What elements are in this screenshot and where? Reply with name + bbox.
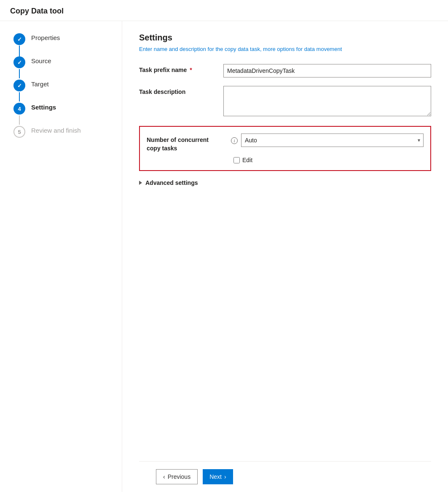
- step-number-4: 4: [18, 106, 21, 112]
- task-description-row: Task description: [139, 86, 431, 117]
- step-number-5: 5: [18, 129, 21, 135]
- task-description-control: [223, 86, 431, 117]
- concurrent-select[interactable]: Auto 1 2 4 8 16: [241, 134, 424, 147]
- chevron-right-icon: [139, 181, 142, 185]
- step-label-3: Target: [31, 79, 49, 88]
- step-label-1: Properties: [31, 33, 60, 41]
- task-prefix-input[interactable]: [223, 64, 431, 77]
- step-label-2: Source: [31, 56, 51, 64]
- checkmark-icon-2: ✓: [17, 59, 22, 66]
- advanced-settings-label: Advanced settings: [145, 179, 198, 186]
- footer: ‹ Previous Next ›: [139, 461, 431, 492]
- step-circle-4: 4: [13, 103, 25, 115]
- main-layout: ✓ Properties ✓ Source ✓ Target: [0, 21, 448, 492]
- section-title: Settings: [139, 33, 431, 43]
- step-circle-3: ✓: [13, 80, 25, 91]
- edit-checkbox[interactable]: [233, 157, 240, 163]
- task-description-input[interactable]: [223, 86, 431, 116]
- task-prefix-control: [223, 64, 431, 77]
- task-prefix-row: Task prefix name *: [139, 64, 431, 77]
- info-icon[interactable]: i: [231, 137, 238, 144]
- task-prefix-label: Task prefix name *: [139, 64, 223, 73]
- sidebar-item-review[interactable]: 5 Review and finish: [13, 126, 122, 138]
- page-header: Copy Data tool: [0, 0, 448, 21]
- sidebar: ✓ Properties ✓ Source ✓ Target: [0, 21, 122, 492]
- section-subtitle: Enter name and description for the copy …: [139, 46, 431, 52]
- sidebar-item-source[interactable]: ✓ Source: [13, 56, 122, 78]
- step-circle-5: 5: [13, 126, 25, 138]
- required-asterisk: *: [188, 67, 192, 73]
- step-circle-1: ✓: [13, 33, 25, 45]
- edit-label: Edit: [242, 157, 252, 163]
- checkmark-icon: ✓: [17, 36, 22, 43]
- concurrent-section: Number of concurrent copy tasks i Auto 1…: [139, 126, 431, 171]
- previous-button[interactable]: ‹ Previous: [156, 469, 198, 484]
- sidebar-item-properties[interactable]: ✓ Properties: [13, 33, 122, 55]
- advanced-settings-row[interactable]: Advanced settings: [139, 179, 431, 186]
- checkmark-icon-3: ✓: [17, 83, 22, 89]
- concurrent-select-wrapper: Auto 1 2 4 8 16 ▾: [241, 134, 424, 147]
- step-label-4: Settings: [31, 102, 56, 111]
- page-title: Copy Data tool: [10, 7, 64, 15]
- concurrent-row: Number of concurrent copy tasks i Auto 1…: [147, 134, 424, 152]
- next-button[interactable]: Next ›: [203, 469, 233, 484]
- previous-chevron-icon: ‹: [163, 473, 165, 480]
- task-description-label: Task description: [139, 86, 223, 95]
- sidebar-item-settings[interactable]: 4 Settings: [13, 102, 122, 125]
- edit-row: Edit: [233, 157, 424, 163]
- concurrent-label: Number of concurrent copy tasks: [147, 136, 209, 152]
- step-circle-2: ✓: [13, 56, 25, 68]
- next-chevron-icon: ›: [224, 473, 226, 480]
- sidebar-item-target[interactable]: ✓ Target: [13, 79, 122, 101]
- content-area: Settings Enter name and description for …: [122, 21, 448, 492]
- step-label-5: Review and finish: [31, 126, 81, 134]
